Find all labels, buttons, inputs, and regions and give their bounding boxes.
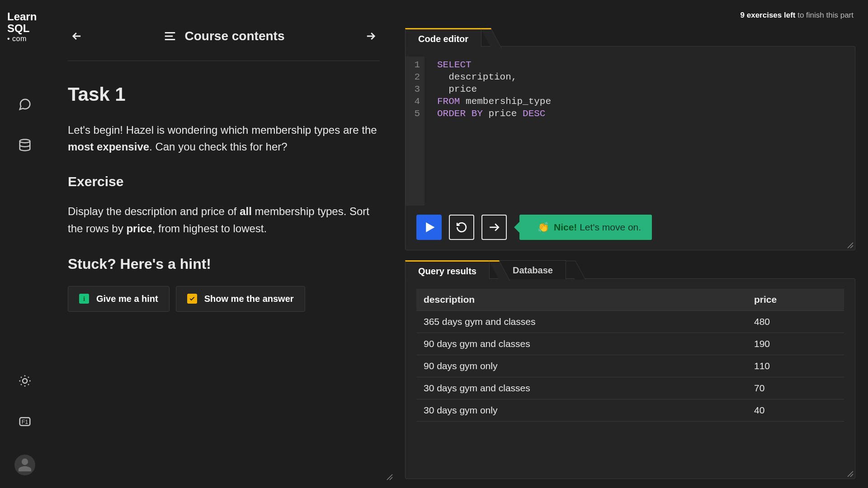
table-cell: 70 <box>747 377 844 399</box>
task-content: Task 1 Let's begin! Hazel is wondering w… <box>68 61 380 312</box>
tab-database-label: Database <box>513 265 553 275</box>
tab-query-results[interactable]: Query results <box>405 260 490 279</box>
ex-a: Display the description and price of <box>68 205 240 217</box>
workspace: 9 exercises left to finish this part Cod… <box>398 0 868 488</box>
column-header: description <box>416 289 747 311</box>
line-gutter: 12345 <box>406 56 425 206</box>
play-icon <box>423 221 435 233</box>
code-editor[interactable]: 12345 SELECT description, priceFROM memb… <box>406 47 855 206</box>
table-cell: 480 <box>747 311 844 333</box>
task-heading: Task 1 <box>68 84 380 105</box>
line-number: 1 <box>407 59 420 71</box>
next-arrow-icon[interactable] <box>362 27 380 45</box>
exercises-rest: to finish this part <box>795 11 854 19</box>
logo-line2: SQL <box>7 23 42 34</box>
svg-point-1 <box>23 379 27 383</box>
hint-button[interactable]: i Give me a hint <box>68 286 170 312</box>
table-cell: 90 days gym only <box>416 355 747 377</box>
tab-code-editor-label: Code editor <box>418 34 468 44</box>
exercises-remaining: 9 exercises left to finish this part <box>405 11 855 20</box>
table-body: 365 days gym and classes48090 days gym a… <box>416 311 844 422</box>
code-editor-panel: Code editor 12345 SELECT description, pr… <box>405 46 855 250</box>
resize-handle-icon[interactable] <box>847 242 854 249</box>
resize-handle-icon[interactable] <box>847 470 854 478</box>
table-header-row: descriptionprice <box>416 289 844 311</box>
exercises-count: 9 exercises left <box>741 11 796 19</box>
table-row: 365 days gym and classes480 <box>416 311 844 333</box>
table-row: 30 days gym and classes70 <box>416 377 844 399</box>
table-cell: 30 days gym only <box>416 399 747 422</box>
hint-heading: Stuck? Here's a hint! <box>68 256 380 272</box>
results-panel: Query results Database descriptionprice … <box>405 278 855 479</box>
clap-emoji-icon: 👏 <box>538 222 549 233</box>
task-intro-strong: most expensive <box>68 141 149 153</box>
table-cell: 190 <box>747 333 844 355</box>
feedback-rest: Let's move on. <box>577 222 641 232</box>
menu-icon <box>163 29 177 43</box>
exercise-heading: Exercise <box>68 174 380 189</box>
table-cell: 30 days gym and classes <box>416 377 747 399</box>
course-contents-label: Course contents <box>185 29 285 43</box>
ex-s1: all <box>240 205 252 217</box>
reset-icon <box>456 221 467 233</box>
reset-button[interactable] <box>449 215 474 240</box>
ex-c: , from highest to lowest. <box>152 222 267 235</box>
feedback-banner[interactable]: 👏 Nice! Let's move on. <box>519 215 652 240</box>
editor-actions: 👏 Nice! Let's move on. <box>406 206 855 250</box>
answer-button[interactable]: Show me the answer <box>176 286 305 312</box>
course-contents-button[interactable]: Course contents <box>163 29 285 43</box>
table-row: 30 days gym only40 <box>416 399 844 422</box>
code-text[interactable]: SELECT description, priceFROM membership… <box>425 56 551 206</box>
forward-icon <box>488 221 500 233</box>
settings-icon[interactable] <box>17 373 33 389</box>
table-cell: 110 <box>747 355 844 377</box>
check-icon <box>187 294 197 304</box>
task-intro-pre: Let's begin! Hazel is wondering which me… <box>68 124 377 136</box>
line-number: 2 <box>407 71 420 84</box>
results-table: descriptionprice 365 days gym and classe… <box>416 289 844 422</box>
keyboard-shortcut-icon[interactable]: F1 <box>17 414 33 429</box>
answer-button-label: Show me the answer <box>204 294 294 304</box>
feedback-nice: Nice! <box>554 222 577 232</box>
task-intro-post: . Can you check this for her? <box>149 141 287 153</box>
line-number: 4 <box>407 96 420 108</box>
app-sidebar: Learn SQL • com F1 <box>0 0 50 488</box>
chat-icon[interactable] <box>17 97 33 112</box>
line-number: 3 <box>407 84 420 96</box>
table-cell: 90 days gym and classes <box>416 333 747 355</box>
skip-button[interactable] <box>481 215 507 240</box>
line-number: 5 <box>407 108 420 120</box>
logo-line3: • com <box>7 35 42 43</box>
svg-point-0 <box>20 140 30 143</box>
user-avatar[interactable] <box>14 455 35 475</box>
prev-arrow-icon[interactable] <box>68 27 86 45</box>
table-row: 90 days gym only110 <box>416 355 844 377</box>
table-cell: 365 days gym and classes <box>416 311 747 333</box>
task-intro: Let's begin! Hazel is wondering which me… <box>68 122 380 155</box>
tab-database[interactable]: Database <box>500 260 566 279</box>
tab-query-results-label: Query results <box>418 266 476 276</box>
course-nav: Course contents <box>68 27 380 61</box>
instructions-panel: Course contents Task 1 Let's begin! Haze… <box>50 0 398 488</box>
table-row: 90 days gym and classes190 <box>416 333 844 355</box>
database-icon[interactable] <box>17 137 33 153</box>
logo[interactable]: Learn SQL • com <box>7 11 42 42</box>
svg-text:F1: F1 <box>22 419 28 425</box>
results-body: descriptionprice 365 days gym and classe… <box>406 280 855 479</box>
hint-button-label: Give me a hint <box>96 294 158 304</box>
tab-code-editor[interactable]: Code editor <box>405 28 481 47</box>
table-cell: 40 <box>747 399 844 422</box>
ex-s2: price <box>126 222 152 235</box>
logo-line1: Learn <box>7 11 42 23</box>
resize-handle-icon[interactable] <box>386 474 393 483</box>
exercise-text: Display the description and price of all… <box>68 203 380 236</box>
run-button[interactable] <box>416 215 442 240</box>
column-header: price <box>747 289 844 311</box>
info-icon: i <box>79 294 89 304</box>
